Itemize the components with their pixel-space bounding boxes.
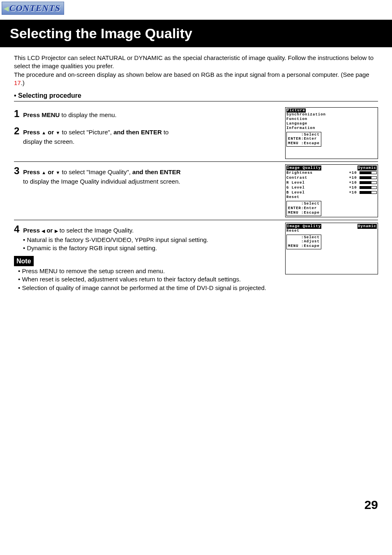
s4e: . <box>132 227 134 234</box>
s4-bullet1: • Natural is the factory S-VIDEO/VIDEO, … <box>14 236 208 243</box>
s3a: Press <box>23 168 42 175</box>
right-arrow-icon: ▶ <box>55 228 58 233</box>
page-title-bar: Selecting the Image Quality <box>0 20 392 47</box>
down-arrow-icon: ▼ <box>55 170 60 175</box>
page-number: 29 <box>0 498 392 520</box>
osd-screen-2: Image QualityDynamic Brightness+10 Contr… <box>285 164 378 217</box>
s2a: Press <box>23 129 42 136</box>
intro-p1: This LCD Projector can select NATURAL or… <box>14 54 374 69</box>
intro-text: This LCD Projector can select NATURAL or… <box>14 54 378 87</box>
page-title: Selecting the Image Quality <box>10 25 382 41</box>
osd-screen-1: Picture Synchronization Function Languag… <box>285 107 378 159</box>
s2d: and then ENTER <box>113 129 162 136</box>
step1-rest: to display the menu. <box>60 111 116 118</box>
s4b: or <box>45 227 54 234</box>
up-arrow-icon: ▲ <box>42 130 46 135</box>
step1-bold: Press MENU <box>23 111 60 118</box>
note-3: • Selection of quality of image cannot b… <box>18 284 281 292</box>
osd-screen-3: Image QualityDynamic Reset :Select :Adju… <box>285 223 378 274</box>
s3b: or <box>46 168 55 175</box>
s3d: and then ENTER <box>132 168 181 175</box>
step-3: 3 Press ▲ or ▼ to select "Image Quality"… <box>14 164 285 186</box>
step-num-2: 2 <box>14 124 21 138</box>
step-num-1: 1 <box>14 107 21 120</box>
note-2: • When reset is selected, adjustment val… <box>18 275 281 283</box>
note-1: • Press MENU to remove the setup screen … <box>18 267 281 275</box>
note-label: Note <box>14 256 34 267</box>
contents-button[interactable]: ◀ CONTENTS <box>2 2 64 15</box>
intro-p2a: The procedure and on-screen display as s… <box>14 71 369 78</box>
s4a: Press <box>23 227 42 234</box>
down-arrow-icon: ▼ <box>55 130 60 135</box>
step-num-3: 3 <box>14 164 21 177</box>
step-4: 4 Press ◀ or ▶ to select the Image Quali… <box>14 223 281 253</box>
page-link-17[interactable]: 17 <box>14 79 21 86</box>
up-arrow-icon: ▲ <box>42 170 46 175</box>
intro-p2b: .) <box>21 79 25 86</box>
notes-list: • Press MENU to remove the setup screen … <box>14 267 281 292</box>
step-2: 2 Press ▲ or ▼ to select "Picture", and … <box>14 124 281 146</box>
s4d: Image Quality <box>95 227 132 234</box>
step-1: 1 Press MENU to display the menu. <box>14 107 281 120</box>
s2-line2: display the screen. <box>14 138 74 145</box>
s3c: to select "Image Quality", <box>60 168 132 175</box>
section-heading: • Selecting procedure <box>14 91 378 101</box>
contents-label: CONTENTS <box>9 3 60 14</box>
step-num-4: 4 <box>14 223 21 236</box>
s4c: to select the <box>58 227 95 234</box>
s2c: to select "Picture", <box>60 129 113 136</box>
s4-bullet2: • Dynamic is the factory RGB input signa… <box>14 244 157 251</box>
s2b: or <box>46 129 55 136</box>
s2e: to <box>162 129 169 136</box>
back-triangle-icon: ◀ <box>4 5 9 12</box>
s3-line2: to display the Image Quality individual … <box>14 178 180 185</box>
